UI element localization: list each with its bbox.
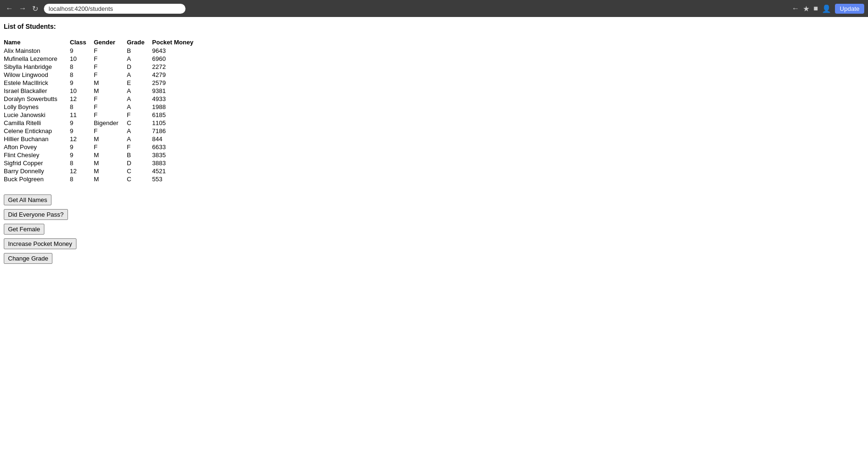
table-row: Estele MacIllrick9ME2579: [4, 79, 201, 87]
table-row: Mufinella Lezemore10FA6960: [4, 55, 201, 63]
col-header-grade: Grade: [127, 38, 152, 47]
cell-pocket-money: 6185: [152, 111, 201, 119]
cell-grade: C: [127, 119, 152, 127]
nav-buttons: ← → ↻: [4, 3, 40, 14]
cell-name: Flint Chesley: [4, 151, 70, 159]
page-title: List of Students:: [4, 23, 864, 30]
cell-name: Buck Polgreen: [4, 175, 70, 183]
cell-pocket-money: 3883: [152, 159, 201, 167]
cell-grade: E: [127, 79, 152, 87]
cell-pocket-money: 9381: [152, 87, 201, 95]
browser-chrome: ← → ↻ localhost:4200/students ← ★ ■ 👤 Up…: [0, 0, 868, 17]
table-header: Name Class Gender Grade Pocket Money: [4, 38, 201, 47]
cell-grade: F: [127, 111, 152, 119]
address-bar[interactable]: localhost:4200/students: [44, 4, 185, 14]
cell-gender: F: [94, 95, 127, 103]
cell-class: 8: [70, 71, 94, 79]
cell-grade: A: [127, 103, 152, 111]
cell-class: 10: [70, 55, 94, 63]
col-header-name: Name: [4, 38, 70, 47]
cell-pocket-money: 4521: [152, 167, 201, 175]
cell-name: Afton Povey: [4, 143, 70, 151]
cell-class: 11: [70, 111, 94, 119]
cell-grade: A: [127, 135, 152, 143]
cell-class: 12: [70, 167, 94, 175]
cell-grade: A: [127, 127, 152, 135]
cell-class: 8: [70, 159, 94, 167]
cell-name: Sigfrid Copper: [4, 159, 70, 167]
reload-button[interactable]: ↻: [30, 3, 40, 14]
cell-pocket-money: 7186: [152, 127, 201, 135]
table-row: Lolly Boynes8FA1988: [4, 103, 201, 111]
cell-grade: B: [127, 151, 152, 159]
table-row: Celene Enticknap9FA7186: [4, 127, 201, 135]
cell-name: Estele MacIllrick: [4, 79, 70, 87]
cell-pocket-money: 1105: [152, 119, 201, 127]
did-everyone-pass-button[interactable]: Did Everyone Pass?: [4, 209, 68, 220]
cell-gender: F: [94, 63, 127, 71]
cell-gender: M: [94, 175, 127, 183]
cell-grade: B: [127, 47, 152, 55]
forward-button[interactable]: →: [17, 3, 28, 14]
share-icon[interactable]: ←: [792, 4, 799, 13]
cell-grade: D: [127, 159, 152, 167]
cell-gender: F: [94, 143, 127, 151]
cell-name: Hillier Buchanan: [4, 135, 70, 143]
page-content: List of Students: Name Class Gender Grad…: [0, 17, 868, 270]
buttons-section: Get All Names Did Everyone Pass? Get Fem…: [4, 194, 864, 264]
table-row: Camilla Ritelli9BigenderC1105: [4, 119, 201, 127]
cell-grade: A: [127, 55, 152, 63]
cell-class: 9: [70, 143, 94, 151]
cell-grade: C: [127, 167, 152, 175]
table-row: Wilow Lingwood8FA4279: [4, 71, 201, 79]
cell-class: 9: [70, 119, 94, 127]
update-button[interactable]: Update: [835, 4, 864, 14]
cell-class: 10: [70, 87, 94, 95]
cell-class: 9: [70, 79, 94, 87]
cell-class: 12: [70, 135, 94, 143]
cell-grade: A: [127, 87, 152, 95]
cell-pocket-money: 6633: [152, 143, 201, 151]
extensions-icon[interactable]: ■: [813, 4, 818, 13]
cell-pocket-money: 4279: [152, 71, 201, 79]
cell-class: 9: [70, 47, 94, 55]
cell-pocket-money: 6960: [152, 55, 201, 63]
url-text: localhost:4200/students: [49, 5, 113, 12]
table-row: Barry Donnelly12MC4521: [4, 167, 201, 175]
cell-gender: M: [94, 135, 127, 143]
get-all-names-button[interactable]: Get All Names: [4, 194, 51, 205]
increase-pocket-money-button[interactable]: Increase Pocket Money: [4, 238, 76, 249]
get-female-button[interactable]: Get Female: [4, 224, 44, 235]
col-header-pocket-money: Pocket Money: [152, 38, 201, 47]
profile-icon[interactable]: 👤: [822, 4, 831, 13]
table-row: Flint Chesley9MB3835: [4, 151, 201, 159]
table-row: Sigfrid Copper8MD3883: [4, 159, 201, 167]
cell-gender: F: [94, 103, 127, 111]
change-grade-button[interactable]: Change Grade: [4, 253, 52, 264]
cell-class: 9: [70, 127, 94, 135]
header-row: Name Class Gender Grade Pocket Money: [4, 38, 201, 47]
back-button[interactable]: ←: [4, 3, 15, 14]
cell-grade: C: [127, 175, 152, 183]
cell-name: Camilla Ritelli: [4, 119, 70, 127]
cell-gender: M: [94, 159, 127, 167]
cell-gender: M: [94, 151, 127, 159]
cell-gender: F: [94, 47, 127, 55]
table-row: Israel Blackaller10MA9381: [4, 87, 201, 95]
cell-name: Barry Donnelly: [4, 167, 70, 175]
cell-grade: A: [127, 95, 152, 103]
table-row: Afton Povey9FF6633: [4, 143, 201, 151]
bookmark-icon[interactable]: ★: [803, 4, 809, 13]
cell-name: Wilow Lingwood: [4, 71, 70, 79]
cell-grade: A: [127, 71, 152, 79]
cell-pocket-money: 1988: [152, 103, 201, 111]
cell-name: Celene Enticknap: [4, 127, 70, 135]
cell-name: Alix Mainston: [4, 47, 70, 55]
cell-grade: F: [127, 143, 152, 151]
cell-gender: M: [94, 87, 127, 95]
cell-name: Mufinella Lezemore: [4, 55, 70, 63]
col-header-class: Class: [70, 38, 94, 47]
cell-class: 9: [70, 151, 94, 159]
cell-gender: M: [94, 167, 127, 175]
cell-grade: D: [127, 63, 152, 71]
